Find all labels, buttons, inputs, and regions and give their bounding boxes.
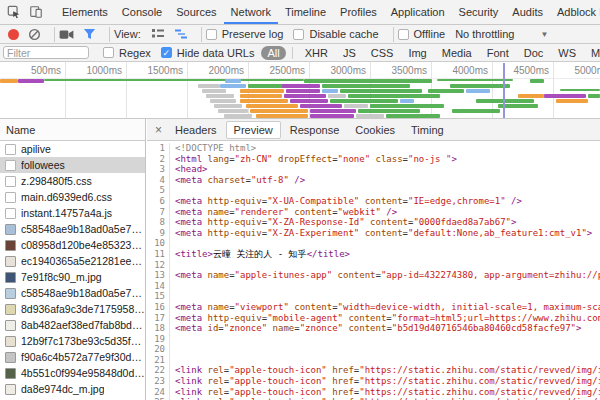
waterfall-bar — [198, 84, 220, 88]
line-number: 10 — [147, 238, 170, 249]
request-name: ec1940365a5e21281ee71856… — [21, 253, 145, 269]
request-name: instant.14757a4a.js — [21, 205, 112, 221]
line-number: 13 — [147, 270, 170, 281]
request-row[interactable]: 8d936afa9c3de7175958fae5… — [0, 301, 145, 317]
ruler-tick-label: 500ms — [1, 65, 61, 76]
code-token: "mobile-agent" — [267, 313, 343, 323]
requests-name-header[interactable]: Name — [0, 119, 145, 141]
code-token: <!DOCTYPE html> — [175, 143, 256, 153]
devtools-tab-sources[interactable]: Sources — [169, 0, 223, 24]
hide-data-urls-checkbox[interactable]: ✓ — [161, 47, 172, 58]
request-row[interactable]: apilive — [0, 141, 145, 157]
code-token: href — [327, 365, 354, 375]
detail-tab-preview[interactable]: Preview — [226, 121, 281, 139]
devtools-tab-console[interactable]: Console — [115, 0, 169, 24]
filter-pill-doc[interactable]: Doc — [518, 46, 550, 60]
detail-tab-headers[interactable]: Headers — [168, 122, 224, 138]
code-token: content — [289, 207, 332, 217]
code-token: "default:None,ab_feature1:cmt_v1" — [408, 228, 587, 238]
request-row[interactable]: c08958d120be4e853230649… — [0, 237, 145, 253]
code-token: content — [289, 302, 332, 312]
device-toolbar-icon[interactable] — [29, 5, 43, 19]
request-row[interactable]: ec1940365a5e21281ee71856… — [0, 253, 145, 269]
code-token: > — [576, 323, 581, 333]
request-row[interactable]: 8ab482aef38ed7fab8bd4314… — [0, 317, 145, 333]
request-row[interactable]: 12b9f7c173be93c5d35fea2d… — [0, 333, 145, 349]
code-line: 17<meta http-equiv="mobile-agent" conten… — [147, 313, 600, 324]
clear-button[interactable] — [28, 28, 41, 41]
devtools-tab-timeline[interactable]: Timeline — [278, 0, 333, 24]
show-overview-icon[interactable] — [174, 28, 188, 40]
code-token: <meta — [175, 270, 202, 280]
devtools-tab-audits[interactable]: Audits — [505, 0, 550, 24]
filter-funnel-icon[interactable] — [83, 28, 96, 40]
filter-pill-ws[interactable]: WS — [552, 46, 582, 60]
code-line-source: <meta http-equiv="X-ZA-Response-Id" cont… — [170, 217, 516, 228]
line-number: 5 — [147, 185, 170, 196]
close-icon[interactable]: × — [153, 123, 168, 137]
filter-pill-all[interactable]: All — [261, 46, 285, 60]
code-token: <link — [175, 376, 202, 386]
waterfall-bar — [476, 99, 534, 103]
request-row[interactable]: c58548ae9b18ad0a5e79fe4e… — [0, 221, 145, 237]
filter-pill-media[interactable]: Media — [436, 46, 478, 60]
filter-pill-font[interactable]: Font — [481, 46, 515, 60]
waterfall-bar — [284, 94, 326, 98]
request-row[interactable]: c58548ae9b18ad0a5e79fe4e… — [0, 285, 145, 301]
detail-tab-cookies[interactable]: Cookies — [348, 122, 402, 138]
code-token: <link — [175, 365, 202, 375]
code-line: 3<head> — [147, 164, 600, 175]
devtools-tab-elements[interactable]: Elements — [55, 0, 115, 24]
image-thumbnail-icon — [5, 224, 16, 235]
filter-pill-img[interactable]: Img — [402, 46, 432, 60]
request-row[interactable]: followees — [0, 157, 145, 173]
request-row[interactable]: z.298480f5.css — [0, 173, 145, 189]
offline-checkbox[interactable] — [398, 29, 409, 40]
request-row[interactable]: da8e974dc_m.jpg — [0, 381, 145, 397]
code-line: 18<meta id="znonce" name="znonce" conten… — [147, 323, 600, 334]
code-token: content — [359, 196, 402, 206]
regex-checkbox[interactable] — [103, 47, 114, 58]
code-line: 13<meta name="apple-itunes-app" content=… — [147, 270, 600, 281]
devtools-tab-profiles[interactable]: Profiles — [333, 0, 384, 24]
devtools-tab-application[interactable]: Application — [384, 0, 452, 24]
filter-input[interactable] — [3, 46, 89, 59]
inspect-element-icon[interactable] — [7, 5, 21, 19]
filter-pill-css[interactable]: CSS — [365, 46, 400, 60]
code-token: <meta — [175, 196, 202, 206]
code-token: rel — [202, 365, 224, 375]
detail-tab-timing[interactable]: Timing — [404, 122, 451, 138]
filter-pill-manifest[interactable]: Manifest — [585, 46, 600, 60]
code-token: > — [511, 217, 516, 227]
detail-tab-response[interactable]: Response — [283, 122, 347, 138]
filter-pill-js[interactable]: JS — [337, 46, 362, 60]
code-line: 22<link rel="apple-touch-icon" href="htt… — [147, 365, 600, 376]
timeline-overview[interactable]: 500ms1000ms1500ms2000ms2500ms3000ms3500m… — [0, 62, 600, 119]
code-token: content — [332, 270, 375, 280]
throttling-caret-icon[interactable]: ▼ — [540, 30, 548, 39]
filter-pill-xhr[interactable]: XHR — [299, 46, 334, 60]
record-button[interactable] — [8, 29, 19, 40]
code-token: 云曈 关注的人 - 知乎 — [213, 249, 307, 259]
devtools-tab-adblock-plus[interactable]: Adblock Plus — [550, 0, 600, 24]
view-list-icon[interactable] — [151, 28, 165, 40]
request-name: c58548ae9b18ad0a5e79fe4e… — [21, 221, 145, 237]
code-line-source: <meta http-equiv="X-UA-Compatible" conte… — [170, 196, 522, 207]
preview-code-view[interactable]: 1<!DOCTYPE html>2<html lang="zh-CN" drop… — [147, 141, 600, 400]
request-row[interactable]: f90a6c4b572a77e9f30de153… — [0, 349, 145, 365]
devtools-tab-network[interactable]: Network — [224, 0, 278, 24]
request-row[interactable]: instant.14757a4a.js — [0, 205, 145, 221]
devtools-tab-security[interactable]: Security — [452, 0, 506, 24]
request-row[interactable]: 7e91f8c90_m.jpg — [0, 269, 145, 285]
preserve-log-checkbox[interactable] — [206, 29, 217, 40]
code-line: 4<meta charset="utf-8" /> — [147, 175, 600, 186]
code-line: 2<html lang="zh-CN" dropEffect="none" cl… — [147, 154, 600, 165]
request-row[interactable]: main.d6939ed6.css — [0, 189, 145, 205]
throttling-select[interactable]: No throttling — [455, 28, 514, 40]
capture-screenshots-icon[interactable] — [59, 29, 74, 40]
code-token: /> — [381, 207, 397, 217]
request-row[interactable]: 4b551c0f994e95848d0dda09… — [0, 365, 145, 381]
waterfall-bar — [386, 114, 440, 118]
code-token: http-equiv — [202, 196, 262, 206]
disable-cache-checkbox[interactable] — [293, 29, 304, 40]
